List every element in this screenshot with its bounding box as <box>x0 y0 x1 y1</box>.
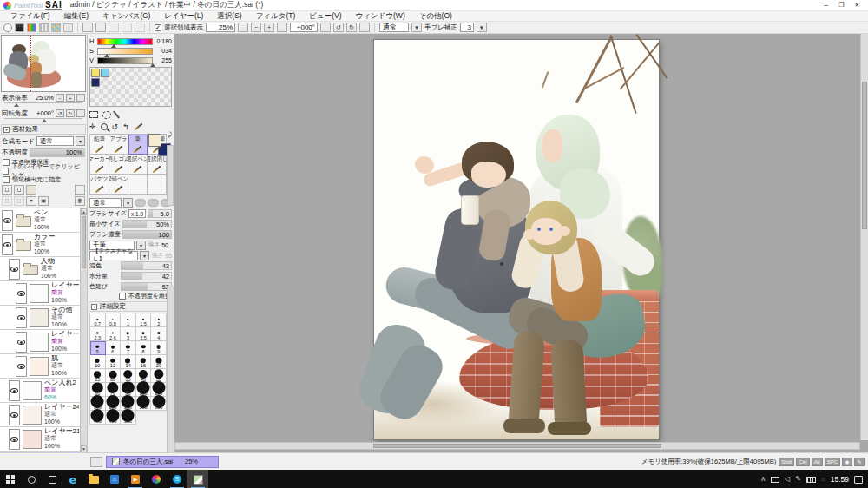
eye-icon[interactable] <box>10 267 18 272</box>
brush-size-12[interactable]: 12 <box>106 355 122 369</box>
tool-empty[interactable] <box>128 175 148 195</box>
menu-item-1[interactable]: 編集(E) <box>57 11 95 22</box>
stabilizer-field[interactable]: 3 <box>460 23 474 32</box>
magic-wand-tool-icon[interactable] <box>113 111 120 119</box>
nav-rotate-cw-button[interactable]: ↻ <box>66 109 75 117</box>
tool-エアブラシ[interactable]: エアブラシ <box>109 135 128 155</box>
brush-size-8[interactable]: 8 <box>136 341 152 355</box>
brush-size-2.3[interactable]: 2.3 <box>90 327 106 341</box>
tool-grid-scrollbar[interactable] <box>167 145 174 206</box>
advanced-settings-header[interactable]: + 詳細設定 <box>89 301 173 312</box>
rotate-view-tool-icon[interactable]: ↺ <box>112 122 119 131</box>
expand-selection-button[interactable] <box>108 23 119 32</box>
nav-zoom-out-button[interactable]: − <box>56 94 64 102</box>
sai-taskbar-icon[interactable] <box>187 470 208 488</box>
param-slider[interactable]: 43 <box>121 261 172 270</box>
brush-size-20[interactable]: 20 <box>151 355 167 369</box>
brush-size-10[interactable]: 10 <box>90 355 106 369</box>
flip-horizontal-button[interactable] <box>359 23 370 32</box>
start-button[interactable] <box>0 470 21 488</box>
brush-size-2.6[interactable]: 2.6 <box>106 327 122 341</box>
brush-size-500[interactable]: 500 <box>121 411 136 425</box>
brush-size-0.8[interactable]: 0.8 <box>106 313 122 327</box>
brush-size-350[interactable]: 350 <box>151 397 167 411</box>
menu-item-8[interactable]: その他(O) <box>412 11 459 22</box>
layer-row-レイヤー22[interactable]: レイヤー22乗算100% <box>0 330 87 354</box>
store-taskbar-icon[interactable]: ⌂ <box>104 470 125 488</box>
rotate-cw-button[interactable]: ↻ <box>346 23 357 32</box>
brush-size-300[interactable]: 300 <box>136 397 152 411</box>
tool-バケツ[interactable]: バケツ <box>90 175 109 195</box>
selection-visible-checkbox[interactable]: ✓ <box>155 24 161 31</box>
layer-option-checkbox-0[interactable] <box>3 159 10 166</box>
document-tab[interactable]: 冬の日の三人.sai 25% <box>106 456 219 468</box>
deselect-button[interactable] <box>82 23 93 32</box>
layer-row-レイヤー21[interactable]: レイヤー21通常100% <box>0 427 87 452</box>
brush-size-3[interactable]: 3 <box>121 327 136 341</box>
brush-size-9[interactable]: 9 <box>151 341 167 355</box>
saturation-slider[interactable] <box>97 48 153 55</box>
move-tool-icon[interactable]: ✛ <box>89 122 96 131</box>
stabilizer-dropdown-button[interactable]: ▾ <box>477 23 487 32</box>
video-app-taskbar-icon[interactable]: ▶ <box>125 470 146 488</box>
layer-row-ペン[interactable]: ペン通常100% <box>0 208 87 233</box>
tool-選択ペン[interactable]: 選択ペン <box>128 155 148 175</box>
layer-visibility-box[interactable] <box>2 210 13 231</box>
clear-layer-button[interactable]: ▣ <box>38 196 49 206</box>
brush-size-450[interactable]: 450 <box>106 411 122 425</box>
invert-selection-button[interactable] <box>95 23 106 32</box>
zoom-field[interactable]: 25% <box>206 23 235 32</box>
blend-mode-dropdown[interactable]: 通常 <box>36 136 74 146</box>
tray-expand-icon[interactable]: ∧ <box>760 475 766 484</box>
layer-list-scrollbar[interactable]: ▲ ▼ <box>80 208 87 452</box>
ime-keyboard-icon[interactable] <box>806 477 816 483</box>
paint-mode-dropdown[interactable]: 通常 <box>89 198 122 208</box>
color-slider-toggle-icon[interactable] <box>15 23 24 32</box>
hue-slider[interactable] <box>97 38 153 45</box>
layer-visibility-box[interactable] <box>16 356 27 377</box>
rotation-reset-button[interactable] <box>320 23 331 32</box>
layer-scroll-thumb[interactable] <box>82 216 86 268</box>
tool-2値ペン[interactable]: 2値ペン <box>109 175 128 195</box>
merge-down-button[interactable]: ▾ <box>26 196 36 206</box>
param-slider[interactable]: 52 <box>121 282 172 291</box>
zoom-in-button[interactable]: + <box>264 23 274 32</box>
eye-icon[interactable] <box>3 242 11 247</box>
layer-visibility-box[interactable] <box>9 259 20 280</box>
layer-opacity-slider[interactable]: 100% <box>30 148 85 157</box>
menu-item-6[interactable]: ビュー(V) <box>302 11 348 22</box>
cut-layer-button[interactable] <box>14 196 24 206</box>
custom-palette-toggle-icon[interactable] <box>63 23 73 32</box>
rect-select-tool-icon[interactable] <box>89 111 98 118</box>
menu-item-4[interactable]: 選択(S) <box>210 11 248 22</box>
brush-size-0.7[interactable]: 0.7 <box>90 313 106 327</box>
brush-size-16[interactable]: 16 <box>136 355 152 369</box>
layer-row-レイヤー24[interactable]: レイヤー24通常100% <box>0 403 87 427</box>
tool-筆[interactable]: 筆 <box>128 135 148 155</box>
brush-size-7[interactable]: 7 <box>121 341 136 355</box>
canvas-workspace[interactable] <box>174 34 868 452</box>
tool-消しゴム[interactable]: 消しゴム <box>109 155 128 175</box>
layer-row-人物[interactable]: 人物通常100% <box>0 257 87 281</box>
menu-item-0[interactable]: ファイル(F) <box>3 11 57 22</box>
nav-zoom-reset-button[interactable] <box>76 94 85 102</box>
tool-マーカー[interactable]: マーカー <box>90 155 109 175</box>
brush-texture-dropdown-button[interactable]: ▾ <box>140 251 149 260</box>
layer-row-肌[interactable]: 肌通常100% <box>0 354 87 379</box>
menu-item-2[interactable]: キャンバス(C) <box>95 11 157 22</box>
brush-edge-option-1[interactable] <box>135 199 146 207</box>
brush-size-3.5[interactable]: 3.5 <box>136 327 152 341</box>
swatch-palette[interactable] <box>89 67 172 107</box>
copy-layer-button[interactable] <box>2 196 12 206</box>
brush-size-400[interactable]: 400 <box>90 411 106 425</box>
brush-size-2[interactable]: 2 <box>151 313 167 327</box>
navigator-rotate-slider[interactable] <box>4 118 82 122</box>
taskbar-clock[interactable]: 15:59 <box>831 475 849 484</box>
tool-選択消し[interactable]: 選択消し <box>148 155 167 175</box>
flip-view-tool-icon[interactable]: ↰ <box>122 122 129 131</box>
brush-size-1.5[interactable]: 1.5 <box>136 313 152 327</box>
minimize-button[interactable]: ─ <box>819 1 833 10</box>
brush-size-unit-dropdown[interactable]: x 1.0 <box>128 209 146 218</box>
rotation-field[interactable]: +000° <box>290 23 318 32</box>
swap-colors-icon[interactable]: ⤸ <box>168 131 172 138</box>
